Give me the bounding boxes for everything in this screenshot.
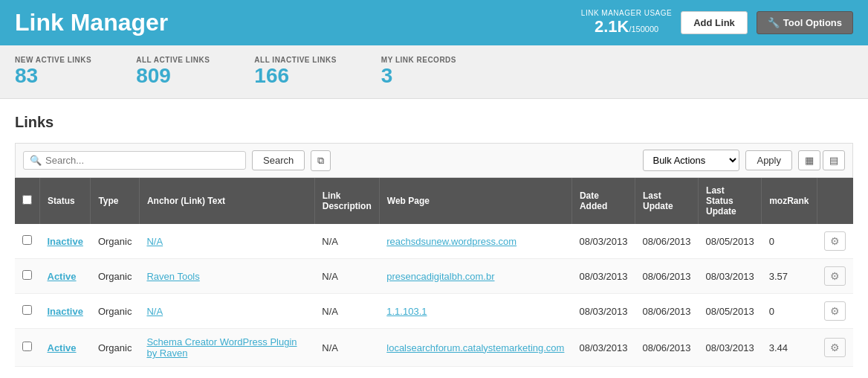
status-link[interactable]: Active	[48, 342, 77, 353]
row-web-page: reachsdsunew.wordpress.com	[379, 224, 571, 259]
table-header-row: Status Type Anchor (Link) Text LinkDescr…	[15, 178, 853, 224]
row-link-description: N/A	[314, 259, 379, 294]
row-status: Active	[40, 329, 91, 367]
row-last-update: 08/06/2013	[635, 329, 699, 367]
table-row: Active Organic Raven Tools N/A presencad…	[15, 259, 853, 294]
row-status: Active	[40, 259, 91, 294]
status-link[interactable]: Inactive	[48, 306, 83, 317]
usage-value: 2.1K	[595, 17, 629, 36]
header-actions: LINK MANAGER USAGE 2.1K/150000 Add Link …	[581, 9, 853, 36]
search-input[interactable]	[45, 155, 216, 166]
th-select-all[interactable]	[15, 178, 40, 224]
anchor-link[interactable]: N/A	[146, 236, 163, 247]
th-last-update: LastUpdate	[635, 178, 699, 224]
th-status: Status	[40, 178, 91, 224]
row-gear-button[interactable]: ⚙	[824, 266, 846, 286]
stat-all-inactive-label: ALL INACTIVE LINKS	[254, 56, 336, 64]
th-actions	[817, 178, 853, 224]
search-icon: 🔍	[30, 155, 42, 166]
row-checkbox[interactable]	[22, 342, 32, 351]
stat-my-records-value: 3	[381, 64, 456, 88]
stat-all-inactive-value: 166	[254, 64, 336, 88]
stat-new-active: NEW ACTIVE LINKS 83	[15, 56, 91, 88]
row-checkbox-cell[interactable]	[15, 224, 40, 259]
row-gear-cell: ⚙	[817, 329, 853, 367]
web-page-link[interactable]: localsearchforum.catalystemarketing.com	[386, 342, 564, 353]
row-gear-button[interactable]: ⚙	[824, 231, 846, 251]
th-web-page: Web Page	[379, 178, 571, 224]
row-anchor-text: N/A	[139, 294, 314, 329]
row-checkbox-cell[interactable]	[15, 294, 40, 329]
row-link-description: N/A	[314, 224, 379, 259]
row-last-update: 08/06/2013	[635, 259, 699, 294]
stats-bar: NEW ACTIVE LINKS 83 ALL ACTIVE LINKS 809…	[0, 45, 868, 99]
stat-all-active: ALL ACTIVE LINKS 809	[136, 56, 210, 88]
stat-my-records: MY LINK RECORDS 3	[381, 56, 456, 88]
table-view-icon: ▦	[805, 155, 814, 166]
stat-new-active-value: 83	[15, 64, 91, 88]
row-date-added: 08/03/2013	[571, 224, 635, 259]
row-link-description: N/A	[314, 329, 379, 367]
row-last-update: 08/06/2013	[635, 224, 699, 259]
row-status: Inactive	[40, 224, 91, 259]
row-checkbox[interactable]	[22, 270, 32, 280]
usage-numbers: 2.1K/150000	[581, 17, 672, 36]
table-row: Inactive Organic N/A N/A 1.1.103.1 08/03…	[15, 294, 853, 329]
row-web-page: presencadigitalbh.com.br	[379, 259, 571, 294]
status-link[interactable]: Active	[48, 271, 77, 282]
grid-view-button[interactable]: ▤	[823, 150, 845, 170]
th-link-description: LinkDescription	[314, 178, 379, 224]
row-moz-rank: 3.57	[762, 259, 817, 294]
anchor-link[interactable]: Schema Creator WordPress Plugin by Raven	[146, 336, 297, 359]
row-checkbox-cell[interactable]	[15, 329, 40, 367]
add-link-button[interactable]: Add Link	[681, 11, 748, 34]
row-date-added: 08/03/2013	[571, 294, 635, 329]
row-last-status-update: 08/05/2013	[699, 294, 762, 329]
row-web-page: localsearchforum.catalystemarketing.com	[379, 329, 571, 367]
row-last-status-update: 08/03/2013	[699, 259, 762, 294]
th-type: Type	[91, 178, 140, 224]
th-anchor-text: Anchor (Link) Text	[139, 178, 314, 224]
usage-info: LINK MANAGER USAGE 2.1K/150000	[581, 9, 672, 36]
row-checkbox[interactable]	[22, 235, 32, 245]
web-page-link[interactable]: reachsdsunew.wordpress.com	[386, 236, 516, 247]
table-row: Inactive Organic N/A N/A reachsdsunew.wo…	[15, 224, 853, 259]
links-table: Status Type Anchor (Link) Text LinkDescr…	[15, 178, 853, 367]
apply-button[interactable]: Apply	[745, 150, 792, 170]
view-toggle: ▦ ▤	[798, 150, 845, 170]
row-gear-button[interactable]: ⚙	[824, 301, 846, 321]
search-button[interactable]: Search	[252, 150, 305, 170]
row-checkbox-cell[interactable]	[15, 259, 40, 294]
row-last-status-update: 08/05/2013	[699, 224, 762, 259]
row-type: Organic	[91, 259, 140, 294]
filter-icon: ⧉	[317, 155, 324, 166]
select-all-checkbox[interactable]	[22, 195, 32, 205]
stat-new-active-label: NEW ACTIVE LINKS	[15, 56, 91, 64]
web-page-link[interactable]: 1.1.103.1	[386, 306, 427, 317]
web-page-link[interactable]: presencadigitalbh.com.br	[386, 271, 494, 282]
tool-options-label: Tool Options	[783, 17, 842, 28]
row-checkbox[interactable]	[22, 305, 32, 315]
row-type: Organic	[91, 294, 140, 329]
wrench-icon: 🔧	[768, 17, 780, 28]
status-link[interactable]: Inactive	[48, 236, 83, 247]
bulk-actions-select[interactable]: Bulk Actions	[643, 150, 739, 171]
stat-my-records-label: MY LINK RECORDS	[381, 56, 456, 64]
anchor-link[interactable]: N/A	[146, 306, 163, 317]
row-moz-rank: 0	[762, 294, 817, 329]
row-moz-rank: 0	[762, 224, 817, 259]
row-anchor-text: Raven Tools	[139, 259, 314, 294]
stat-all-active-value: 809	[136, 64, 210, 88]
filter-button[interactable]: ⧉	[311, 150, 331, 171]
row-moz-rank: 3.44	[762, 329, 817, 367]
anchor-link[interactable]: Raven Tools	[146, 271, 199, 282]
row-gear-button[interactable]: ⚙	[824, 338, 846, 357]
usage-label: LINK MANAGER USAGE	[581, 9, 672, 17]
row-gear-cell: ⚙	[817, 224, 853, 259]
row-gear-cell: ⚙	[817, 259, 853, 294]
row-last-status-update: 08/03/2013	[699, 329, 762, 367]
row-type: Organic	[91, 224, 140, 259]
tool-options-button[interactable]: 🔧 Tool Options	[757, 11, 853, 34]
table-view-button[interactable]: ▦	[798, 150, 820, 170]
stat-all-active-label: ALL ACTIVE LINKS	[136, 56, 210, 64]
